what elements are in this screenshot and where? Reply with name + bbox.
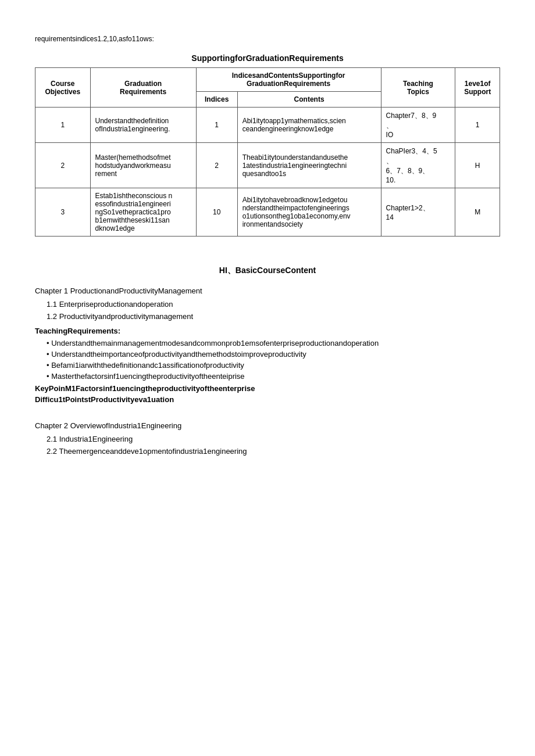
bullet-item: Understandtheimportanceofproductivityand… bbox=[47, 350, 500, 359]
support-1: 1 bbox=[455, 108, 500, 143]
requirement-1: UnderstandthedefinitionofIndustria1engin… bbox=[90, 108, 196, 143]
header-course-objectives: CourseObjectives bbox=[35, 68, 91, 108]
contents-1: Abi1itytoapp1ymathematics,scienceandengi… bbox=[237, 108, 381, 143]
chapter1-sub2: 1.2 Productivityandproductivitymanagemen… bbox=[47, 312, 500, 321]
header-indices-contents: IndicesandContentsSupportingforGraduatio… bbox=[196, 68, 381, 92]
topics-3: Chapter1>2、14 bbox=[381, 188, 455, 237]
table-row: 1 UnderstandthedefinitionofIndustria1eng… bbox=[35, 108, 500, 143]
header-level-support: 1eve1ofSupport bbox=[455, 68, 500, 108]
requirement-2: Master(hemethodsofmethodstudyandworkmeas… bbox=[90, 143, 196, 188]
bullet-item: Befami1iarwiththedefinitionandc1assifica… bbox=[47, 361, 500, 370]
teaching-requirements-label: TeachingRequirements: bbox=[35, 327, 500, 335]
contents-3: Abi1itytohavebroadknow1edgetounderstandt… bbox=[237, 188, 381, 237]
section2-title: HI、BasicCourseContent bbox=[35, 266, 500, 276]
difficult-point: Difficu1tPointstProductivityeva1uation bbox=[35, 395, 500, 404]
table-title: SupportingforGraduationRequirements bbox=[35, 53, 500, 63]
index-3: 10 bbox=[196, 188, 237, 237]
bullet-item: Masterthefactorsinf1uencingtheproductivi… bbox=[47, 372, 500, 381]
chapter2-heading: Chapter 2 OverviewofIndustria1Engineerin… bbox=[35, 421, 500, 430]
header-teaching-topics: TeachingTopics bbox=[381, 68, 455, 108]
index-2: 2 bbox=[196, 143, 237, 188]
support-3: M bbox=[455, 188, 500, 237]
graduation-requirements-table: CourseObjectives GraduationRequirements … bbox=[35, 67, 500, 237]
topics-2: ChaPIer3、4、5、6、7、8、9、10. bbox=[381, 143, 455, 188]
chapter1-sub1: 1.1 Enterpriseproductionandoperation bbox=[47, 300, 500, 309]
intro-text: requirementsindices1.2,10,asfo11ows: bbox=[35, 35, 500, 43]
table-row: 3 Estab1ishtheconscious nessofindustria1… bbox=[35, 188, 500, 237]
bullet-item: Understandthemainmanagementmodesandcommo… bbox=[47, 339, 500, 347]
topics-1: Chapter7、8、9、IO bbox=[381, 108, 455, 143]
header-graduation-requirements: GraduationRequirements bbox=[90, 68, 196, 108]
key-point: KeyPoinM1Factorsinf1uencingtheproductivi… bbox=[35, 384, 500, 393]
bullet-list: Understandthemainmanagementmodesandcommo… bbox=[35, 339, 500, 381]
table-row: 2 Master(hemethodsofmethodstudyandworkme… bbox=[35, 143, 500, 188]
contents-2: Theabi1itytounderstandandusethe1atestind… bbox=[237, 143, 381, 188]
support-2: H bbox=[455, 143, 500, 188]
objective-3: 3 bbox=[35, 188, 91, 237]
chapter2-sub2: 2.2 Theemergenceanddeve1opmentofindustri… bbox=[47, 447, 500, 456]
objective-2: 2 bbox=[35, 143, 91, 188]
index-1: 1 bbox=[196, 108, 237, 143]
header-indices: Indices bbox=[196, 92, 237, 108]
objective-1: 1 bbox=[35, 108, 91, 143]
header-contents: Contents bbox=[237, 92, 381, 108]
requirement-3: Estab1ishtheconscious nessofindustria1en… bbox=[90, 188, 196, 237]
chapter2-sub1: 2.1 Industria1Engineering bbox=[47, 435, 500, 443]
chapter1-heading: Chapter 1 ProductionandProductivityManag… bbox=[35, 286, 500, 295]
